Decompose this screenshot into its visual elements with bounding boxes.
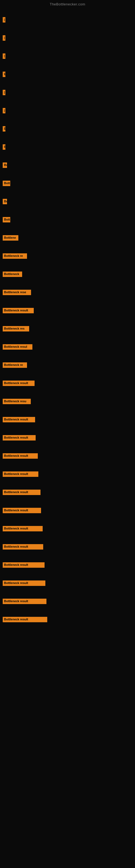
bar-label: Bottleneck result: [3, 544, 43, 550]
bar-row: Bottleneck re: [0, 361, 135, 369]
bar-row: Bottleneck result: [0, 433, 135, 442]
bar-label: Bott: [3, 217, 10, 222]
bar-row: Bottleneck rese: [0, 288, 135, 297]
bar-row: |: [0, 88, 135, 97]
bar-row: Bottleneck result: [0, 488, 135, 497]
bar-label: Bottleneck re: [3, 253, 27, 259]
bar-label: Bottleneck result: [3, 526, 43, 531]
bar-row: Bottleneck result: [0, 306, 135, 315]
bar-label: E: [3, 72, 5, 77]
bar-row: Bottleneck result: [0, 506, 135, 515]
bar-label: E: [3, 126, 5, 131]
bar-label: |: [3, 90, 5, 95]
bar-label: Bottleneck res: [3, 326, 29, 332]
bar-row: Bottleneck result: [0, 542, 135, 551]
bar-row: Bottleneck result: [0, 452, 135, 460]
bar-label: Bottlene: [3, 235, 18, 241]
bar-row: Bottleneck: [0, 270, 135, 279]
bar-label: Bottleneck result: [3, 471, 38, 477]
bar-row: Bottlene: [0, 234, 135, 242]
bar-row: Bottleneck result: [0, 615, 135, 624]
bar-row: Bott: [0, 179, 135, 188]
bar-label: |: [3, 17, 5, 23]
bar-label: Bott: [3, 181, 10, 186]
bar-label: Bo: [3, 199, 7, 204]
bar-row: Bottleneck result: [0, 524, 135, 533]
bar-row: |: [0, 16, 135, 24]
bar-label: Bottleneck resu: [3, 399, 31, 404]
bar-label: Bottleneck result: [3, 508, 41, 513]
bar-row: |: [0, 106, 135, 115]
bar-label: Bottleneck: [3, 272, 22, 277]
bar-row: E: [0, 70, 135, 79]
bar-label: Bottleneck re: [3, 362, 27, 368]
bar-row: B: [0, 143, 135, 151]
bar-label: |: [3, 54, 5, 59]
bar-row: Bo: [0, 197, 135, 206]
bar-label: Bottleneck resul: [3, 344, 32, 350]
bar-row: Bottleneck resul: [0, 343, 135, 351]
bar-row: Bottleneck res: [0, 324, 135, 333]
bar-row: Bottleneck re: [0, 252, 135, 260]
bar-label: Bottleneck result: [3, 380, 35, 386]
bar-label: Bottleneck result: [3, 562, 45, 568]
bar-label: Bo: [3, 162, 7, 168]
bar-label: Bottleneck result: [3, 417, 35, 422]
bar-row: Bottleneck result: [0, 470, 135, 478]
bar-label: Bottleneck result: [3, 453, 38, 459]
bar-label: Bottleneck result: [3, 435, 36, 440]
bar-row: Bottleneck result: [0, 561, 135, 569]
bar-label: Bottleneck result: [3, 581, 45, 586]
bar-row: Bottleneck result: [0, 579, 135, 588]
bar-row: Bottleneck resu: [0, 397, 135, 406]
bars-container: |||E||EBBoBottBoBottBottleneBottleneck r…: [0, 16, 135, 624]
bar-row: Bo: [0, 161, 135, 169]
bar-label: Bottleneck rese: [3, 290, 31, 295]
bar-row: E: [0, 124, 135, 133]
site-title: TheBottlenecker.com: [0, 0, 135, 7]
bar-row: Bottleneck result: [0, 415, 135, 424]
bar-label: Bottleneck result: [3, 308, 34, 313]
bar-row: Bott: [0, 215, 135, 224]
bar-row: Bottleneck result: [0, 597, 135, 606]
bar-row: |: [0, 34, 135, 42]
bar-label: |: [3, 35, 5, 41]
bar-label: |: [3, 108, 5, 113]
bar-label: Bottleneck result: [3, 617, 47, 622]
bar-row: |: [0, 52, 135, 61]
bar-label: Bottleneck result: [3, 599, 46, 604]
bar-label: Bottleneck result: [3, 490, 41, 495]
bar-label: B: [3, 144, 5, 150]
bar-row: Bottleneck result: [0, 379, 135, 388]
